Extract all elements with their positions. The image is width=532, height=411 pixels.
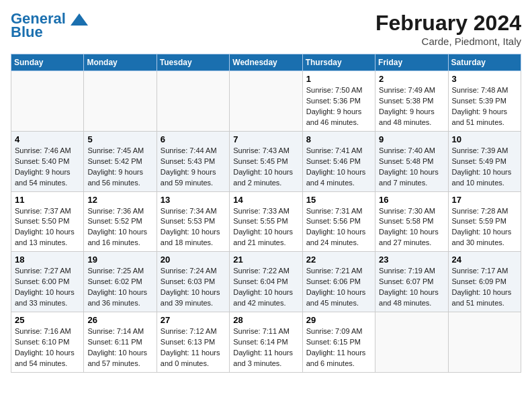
day-number: 25	[15, 315, 80, 325]
calendar-cell: 9Sunrise: 7:40 AMSunset: 5:48 PMDaylight…	[375, 131, 448, 191]
calendar-cell: 8Sunrise: 7:41 AMSunset: 5:46 PMDaylight…	[302, 131, 375, 191]
day-info: Sunrise: 7:46 AMSunset: 5:40 PMDaylight:…	[15, 146, 80, 189]
calendar-cell: 29Sunrise: 7:09 AMSunset: 6:15 PMDayligh…	[302, 312, 375, 373]
weekday-header-saturday: Saturday	[448, 54, 521, 71]
calendar-week-4: 18Sunrise: 7:27 AMSunset: 6:00 PMDayligh…	[11, 252, 521, 312]
calendar-cell	[448, 312, 521, 373]
weekday-header-row: SundayMondayTuesdayWednesdayThursdayFrid…	[11, 54, 521, 71]
day-info: Sunrise: 7:41 AMSunset: 5:46 PMDaylight:…	[306, 146, 371, 189]
calendar-cell	[84, 71, 157, 132]
day-info: Sunrise: 7:28 AMSunset: 5:59 PMDaylight:…	[452, 206, 517, 249]
day-number: 10	[452, 134, 517, 144]
calendar-cell: 13Sunrise: 7:34 AMSunset: 5:53 PMDayligh…	[157, 191, 229, 252]
title-block: February 2024 Carde, Piedmont, Italy	[375, 11, 521, 47]
day-number: 13	[161, 195, 226, 205]
calendar-table: SundayMondayTuesdayWednesdayThursdayFrid…	[11, 54, 521, 373]
day-info: Sunrise: 7:09 AMSunset: 6:15 PMDaylight:…	[306, 326, 371, 369]
day-number: 1	[306, 74, 371, 84]
weekday-header-friday: Friday	[375, 54, 448, 71]
calendar-cell: 26Sunrise: 7:14 AMSunset: 6:11 PMDayligh…	[84, 312, 157, 373]
weekday-header-wednesday: Wednesday	[230, 54, 302, 71]
location-subtitle: Carde, Piedmont, Italy	[375, 36, 521, 47]
calendar-week-3: 11Sunrise: 7:37 AMSunset: 5:50 PMDayligh…	[11, 191, 521, 252]
day-info: Sunrise: 7:49 AMSunset: 5:38 PMDaylight:…	[379, 85, 444, 128]
weekday-header-monday: Monday	[84, 54, 157, 71]
day-info: Sunrise: 7:19 AMSunset: 6:07 PMDaylight:…	[379, 266, 444, 309]
day-info: Sunrise: 7:16 AMSunset: 6:10 PMDaylight:…	[15, 326, 80, 369]
day-info: Sunrise: 7:12 AMSunset: 6:13 PMDaylight:…	[161, 326, 226, 369]
calendar-cell: 16Sunrise: 7:30 AMSunset: 5:58 PMDayligh…	[375, 191, 448, 252]
calendar-cell: 12Sunrise: 7:36 AMSunset: 5:52 PMDayligh…	[84, 191, 157, 252]
day-info: Sunrise: 7:48 AMSunset: 5:39 PMDaylight:…	[452, 85, 517, 128]
calendar-week-2: 4Sunrise: 7:46 AMSunset: 5:40 PMDaylight…	[11, 131, 521, 191]
day-number: 21	[233, 255, 298, 265]
calendar-cell: 27Sunrise: 7:12 AMSunset: 6:13 PMDayligh…	[157, 312, 229, 373]
calendar-cell: 21Sunrise: 7:22 AMSunset: 6:04 PMDayligh…	[230, 252, 302, 312]
day-info: Sunrise: 7:14 AMSunset: 6:11 PMDaylight:…	[87, 326, 152, 369]
day-info: Sunrise: 7:34 AMSunset: 5:53 PMDaylight:…	[161, 206, 226, 249]
day-number: 23	[379, 255, 444, 265]
weekday-header-tuesday: Tuesday	[157, 54, 229, 71]
month-title: February 2024	[375, 11, 521, 36]
calendar-cell: 3Sunrise: 7:48 AMSunset: 5:39 PMDaylight…	[448, 71, 521, 132]
calendar-cell: 2Sunrise: 7:49 AMSunset: 5:38 PMDaylight…	[375, 71, 448, 132]
calendar-cell: 24Sunrise: 7:17 AMSunset: 6:09 PMDayligh…	[448, 252, 521, 312]
calendar-cell: 11Sunrise: 7:37 AMSunset: 5:50 PMDayligh…	[11, 191, 84, 252]
logo: General Blue	[11, 11, 89, 40]
day-number: 24	[452, 255, 517, 265]
calendar-cell: 1Sunrise: 7:50 AMSunset: 5:36 PMDaylight…	[302, 71, 375, 132]
day-number: 27	[161, 315, 226, 325]
day-info: Sunrise: 7:44 AMSunset: 5:43 PMDaylight:…	[161, 146, 226, 189]
day-number: 19	[87, 255, 152, 265]
day-number: 11	[15, 195, 80, 205]
day-number: 15	[306, 195, 371, 205]
day-number: 12	[87, 195, 152, 205]
day-number: 28	[233, 315, 298, 325]
calendar-cell	[230, 71, 302, 132]
calendar-cell: 4Sunrise: 7:46 AMSunset: 5:40 PMDaylight…	[11, 131, 84, 191]
day-info: Sunrise: 7:37 AMSunset: 5:50 PMDaylight:…	[15, 206, 80, 249]
day-info: Sunrise: 7:11 AMSunset: 6:14 PMDaylight:…	[233, 326, 298, 369]
calendar-cell: 18Sunrise: 7:27 AMSunset: 6:00 PMDayligh…	[11, 252, 84, 312]
day-number: 9	[379, 134, 444, 144]
day-info: Sunrise: 7:40 AMSunset: 5:48 PMDaylight:…	[379, 146, 444, 189]
calendar-week-5: 25Sunrise: 7:16 AMSunset: 6:10 PMDayligh…	[11, 312, 521, 373]
day-info: Sunrise: 7:17 AMSunset: 6:09 PMDaylight:…	[452, 266, 517, 309]
day-number: 14	[233, 195, 298, 205]
calendar-cell	[375, 312, 448, 373]
calendar-cell: 15Sunrise: 7:31 AMSunset: 5:56 PMDayligh…	[302, 191, 375, 252]
calendar-cell: 28Sunrise: 7:11 AMSunset: 6:14 PMDayligh…	[230, 312, 302, 373]
logo-icon	[71, 13, 88, 26]
day-number: 4	[15, 134, 80, 144]
calendar-cell: 5Sunrise: 7:45 AMSunset: 5:42 PMDaylight…	[84, 131, 157, 191]
day-info: Sunrise: 7:39 AMSunset: 5:49 PMDaylight:…	[452, 146, 517, 189]
calendar-cell: 7Sunrise: 7:43 AMSunset: 5:45 PMDaylight…	[230, 131, 302, 191]
day-info: Sunrise: 7:31 AMSunset: 5:56 PMDaylight:…	[306, 206, 371, 249]
day-info: Sunrise: 7:43 AMSunset: 5:45 PMDaylight:…	[233, 146, 298, 189]
weekday-header-sunday: Sunday	[11, 54, 84, 71]
day-info: Sunrise: 7:45 AMSunset: 5:42 PMDaylight:…	[87, 146, 152, 189]
calendar-cell: 17Sunrise: 7:28 AMSunset: 5:59 PMDayligh…	[448, 191, 521, 252]
svg-marker-0	[71, 13, 88, 26]
day-info: Sunrise: 7:50 AMSunset: 5:36 PMDaylight:…	[306, 85, 371, 128]
day-number: 16	[379, 195, 444, 205]
page-header: General Blue February 2024 Carde, Piedmo…	[11, 11, 521, 47]
day-number: 29	[306, 315, 371, 325]
day-info: Sunrise: 7:25 AMSunset: 6:02 PMDaylight:…	[87, 266, 152, 309]
day-number: 5	[87, 134, 152, 144]
calendar-cell	[11, 71, 84, 132]
calendar-cell: 6Sunrise: 7:44 AMSunset: 5:43 PMDaylight…	[157, 131, 229, 191]
day-number: 17	[452, 195, 517, 205]
day-info: Sunrise: 7:33 AMSunset: 5:55 PMDaylight:…	[233, 206, 298, 249]
day-number: 3	[452, 74, 517, 84]
calendar-cell: 19Sunrise: 7:25 AMSunset: 6:02 PMDayligh…	[84, 252, 157, 312]
day-info: Sunrise: 7:22 AMSunset: 6:04 PMDaylight:…	[233, 266, 298, 309]
calendar-cell: 22Sunrise: 7:21 AMSunset: 6:06 PMDayligh…	[302, 252, 375, 312]
calendar-cell: 14Sunrise: 7:33 AMSunset: 5:55 PMDayligh…	[230, 191, 302, 252]
day-number: 18	[15, 255, 80, 265]
calendar-cell: 23Sunrise: 7:19 AMSunset: 6:07 PMDayligh…	[375, 252, 448, 312]
day-number: 8	[306, 134, 371, 144]
calendar-week-1: 1Sunrise: 7:50 AMSunset: 5:36 PMDaylight…	[11, 71, 521, 132]
day-number: 22	[306, 255, 371, 265]
calendar-cell: 20Sunrise: 7:24 AMSunset: 6:03 PMDayligh…	[157, 252, 229, 312]
